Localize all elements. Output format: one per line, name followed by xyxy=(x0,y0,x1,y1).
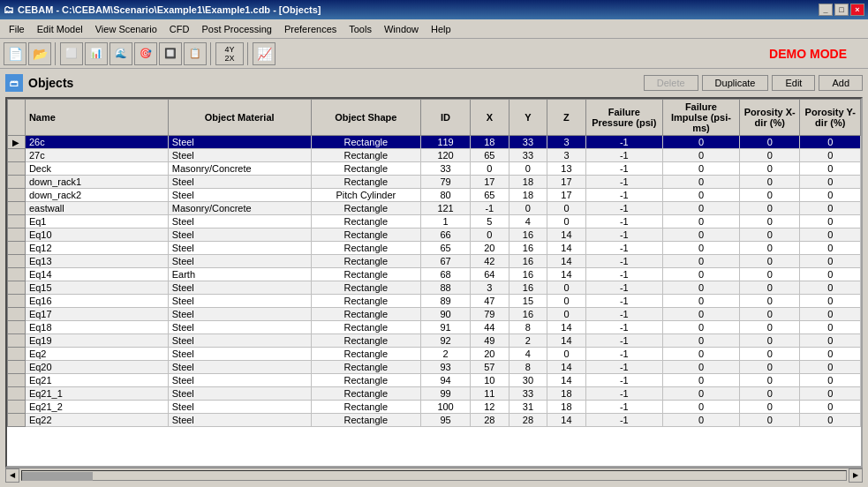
table-row[interactable]: Eq12SteelRectangle65201614-1000 xyxy=(8,242,861,255)
table-cell: 0 xyxy=(662,321,739,334)
table-row[interactable]: Eq2SteelRectangle22040-1000 xyxy=(8,348,861,361)
table-row[interactable]: Eq21SteelRectangle94103014-1000 xyxy=(8,374,861,387)
table-cell: -1 xyxy=(585,149,662,162)
hscroll-thumb[interactable] xyxy=(22,472,93,481)
table-cell: 16 xyxy=(509,308,547,321)
toolbar-new[interactable]: 📄 xyxy=(4,42,26,65)
maximize-button[interactable]: □ xyxy=(834,4,849,16)
hscroll-bar[interactable]: ◀ ▶ xyxy=(5,468,863,482)
table-row[interactable]: Eq10SteelRectangle6601614-1000 xyxy=(8,229,861,242)
table-cell: 0 xyxy=(662,281,739,295)
row-indicator xyxy=(8,308,26,321)
table-cell: 65 xyxy=(471,189,509,202)
table-cell: Steel xyxy=(168,242,311,255)
toolbar-btn-5[interactable]: 🌊 xyxy=(109,42,132,65)
row-indicator xyxy=(8,348,26,361)
table-cell: Rectangle xyxy=(311,334,420,348)
table-cell: Eq13 xyxy=(25,255,168,268)
table-cell: 0 xyxy=(800,321,861,334)
table-cell: 17 xyxy=(547,176,586,189)
menu-help[interactable]: Help xyxy=(426,22,457,36)
toolbar-separator-2 xyxy=(210,42,212,65)
table-cell: 33 xyxy=(509,136,547,149)
table-row[interactable]: Eq21_1SteelRectangle99113318-1000 xyxy=(8,387,861,401)
window-controls: _ □ × xyxy=(819,4,864,16)
window-title: CEBAM - C:\CEBAM\Scenario\Example1\Examp… xyxy=(18,4,321,15)
menu-tools[interactable]: Tools xyxy=(343,22,377,36)
toolbar-btn-8[interactable]: 📋 xyxy=(184,42,207,65)
table-row[interactable]: DeckMasonry/ConcreteRectangle330013-1000 xyxy=(8,162,861,176)
table-row[interactable]: Eq16SteelRectangle8947150-1000 xyxy=(8,295,861,308)
main-content: 🗃 Objects Delete Duplicate Edit Add xyxy=(0,69,868,487)
table-cell: 64 xyxy=(471,268,509,281)
table-cell: 16 xyxy=(509,242,547,255)
menu-file[interactable]: File xyxy=(4,22,30,36)
table-container[interactable]: Name Object Material Object Shape ID X Y… xyxy=(5,97,863,468)
menu-window[interactable]: Window xyxy=(379,22,424,36)
table-cell: Steel xyxy=(168,176,311,189)
hscroll-right-arrow[interactable]: ▶ xyxy=(849,468,863,483)
table-row[interactable]: Eq19SteelRectangle9249214-1000 xyxy=(8,334,861,348)
toolbar-btn-4[interactable]: 📊 xyxy=(85,42,108,65)
table-cell: 0 xyxy=(740,374,800,387)
table-cell: 66 xyxy=(421,229,471,242)
menu-view-scenario[interactable]: View Scenario xyxy=(90,22,162,36)
table-cell: 18 xyxy=(509,189,547,202)
hscroll-left-arrow[interactable]: ◀ xyxy=(5,468,19,483)
menu-cfd[interactable]: CFD xyxy=(164,22,195,36)
table-cell: 0 xyxy=(547,348,586,361)
table-cell: -1 xyxy=(585,308,662,321)
close-button[interactable]: × xyxy=(850,4,864,16)
table-row[interactable]: Eq14EarthRectangle68641614-1000 xyxy=(8,268,861,281)
table-cell: down_rack2 xyxy=(25,189,168,202)
table-cell: 11 xyxy=(471,387,509,401)
toolbar: 📄 📂 ⬜ 📊 🌊 🎯 🔲 📋 4Y2X 📈 DEMO MODE xyxy=(0,39,868,69)
table-row[interactable]: eastwallMasonry/ConcreteRectangle121-100… xyxy=(8,202,861,215)
table-cell: 14 xyxy=(547,242,586,255)
table-cell: 0 xyxy=(800,374,861,387)
table-row[interactable]: Eq13SteelRectangle67421614-1000 xyxy=(8,255,861,268)
duplicate-button[interactable]: Duplicate xyxy=(702,75,769,91)
table-cell: 0 xyxy=(740,149,800,162)
table-cell: 31 xyxy=(509,401,547,414)
row-indicator xyxy=(8,414,26,427)
table-row[interactable]: Eq18SteelRectangle9144814-1000 xyxy=(8,321,861,334)
table-cell: -1 xyxy=(585,242,662,255)
table-row[interactable]: Eq1SteelRectangle1540-1000 xyxy=(8,215,861,229)
toolbar-open[interactable]: 📂 xyxy=(28,42,51,65)
table-row[interactable]: Eq22SteelRectangle95282814-1000 xyxy=(8,414,861,427)
menu-edit-model[interactable]: Edit Model xyxy=(32,22,88,36)
table-cell: Masonry/Concrete xyxy=(168,162,311,176)
menu-preferences[interactable]: Preferences xyxy=(279,22,342,36)
table-cell: 0 xyxy=(800,215,861,229)
table-cell: 18 xyxy=(509,176,547,189)
hscroll-track[interactable] xyxy=(21,470,847,481)
toolbar-btn-10[interactable]: 📈 xyxy=(253,42,275,65)
add-button[interactable]: Add xyxy=(819,75,863,91)
toolbar-btn-6[interactable]: 🎯 xyxy=(134,42,157,65)
delete-button[interactable]: Delete xyxy=(644,75,698,91)
table-row[interactable]: down_rack1SteelRectangle79171817-1000 xyxy=(8,176,861,189)
table-cell: 0 xyxy=(740,215,800,229)
table-cell: 42 xyxy=(471,255,509,268)
menu-post-processing[interactable]: Post Processing xyxy=(196,22,276,36)
table-cell: Rectangle xyxy=(311,242,420,255)
table-row[interactable]: Eq17SteelRectangle9079160-1000 xyxy=(8,308,861,321)
table-row[interactable]: ▶26cSteelRectangle11918333-1000 xyxy=(8,136,861,149)
table-row[interactable]: Eq15SteelRectangle883160-1000 xyxy=(8,281,861,295)
minimize-button[interactable]: _ xyxy=(819,4,833,16)
toolbar-btn-9[interactable]: 4Y2X xyxy=(215,42,244,65)
table-cell: 80 xyxy=(421,189,471,202)
table-row[interactable]: 27cSteelRectangle12065333-1000 xyxy=(8,149,861,162)
table-row[interactable]: Eq20SteelRectangle9357814-1000 xyxy=(8,361,861,374)
table-row[interactable]: Eq21_2SteelRectangle100123118-1000 xyxy=(8,401,861,414)
table-cell: 90 xyxy=(421,308,471,321)
table-cell: 27c xyxy=(25,149,168,162)
col-fp-header: Failure Pressure (psi) xyxy=(585,100,662,136)
toolbar-btn-7[interactable]: 🔲 xyxy=(159,42,182,65)
table-row[interactable]: down_rack2SteelPitch Cylinder80651817-10… xyxy=(8,189,861,202)
table-cell: 17 xyxy=(547,189,586,202)
toolbar-btn-3[interactable]: ⬜ xyxy=(60,42,83,65)
row-indicator xyxy=(8,149,26,162)
edit-button[interactable]: Edit xyxy=(772,75,815,91)
